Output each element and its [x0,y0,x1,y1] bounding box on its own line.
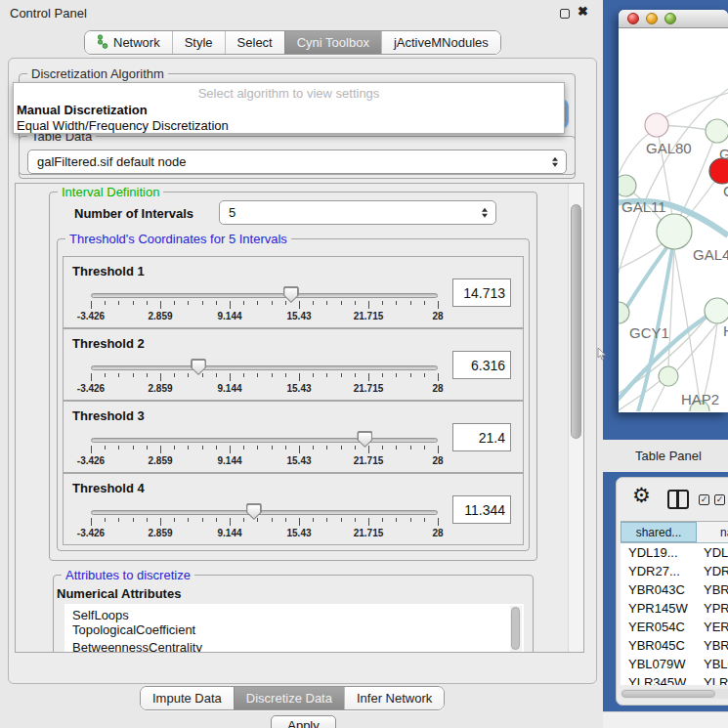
close-icon[interactable]: ✖ [578,4,588,19]
svg-text:GAL80: GAL80 [646,140,692,156]
combo-arrows-icon [552,156,558,167]
table-data-combobox[interactable]: galFiltered.sif default node [27,150,567,174]
algorithm-option-equal-width[interactable]: Equal Width/Frequency Discretization [14,118,564,134]
tab-jactivemnodules[interactable]: jActiveMNodules [381,31,500,54]
table-data-value: galFiltered.sif default node [37,154,186,169]
network-canvas[interactable]: GAL80 G. C GAL11 GAL4 GCY1 H HAP2 [619,28,728,411]
svg-text:GAL11: GAL11 [621,198,666,215]
discretization-group-title: Discretization Algorithm [27,66,168,81]
threshold-1-panel: Threshold 1 -3.426 2.859 9.144 15.43 21.… [63,256,524,328]
float-window-icon[interactable] [560,9,570,19]
svg-text:GCY1: GCY1 [629,324,669,341]
combo-arrows-icon [482,207,488,218]
table-row[interactable]: YLR345WYLR3 [621,673,728,685]
slider-ticks [91,373,438,382]
status-area [603,711,728,728]
tab-impute-data[interactable]: Impute Data [141,687,234,709]
table-row[interactable]: YDR27...YDR2 [621,562,728,580]
list-item[interactable]: TopologicalCoefficient [64,621,524,639]
toolbox-tab-bar: Network Style Select Cyni Toolbox jActiv… [84,30,501,55]
number-of-intervals-combobox[interactable]: 5 [219,200,496,225]
tab-network[interactable]: Network [85,31,172,54]
network-node-labels: GAL80 G. C GAL11 GAL4 GCY1 H HAP2 [621,140,728,407]
column-header-shared-name[interactable]: shared... [621,522,697,542]
table-panel-titlebar: Table Panel [603,440,728,472]
node-gal4[interactable] [657,214,692,249]
checkbox-icon[interactable]: ✓ [699,494,709,505]
scrollbar-thumb[interactable] [571,204,581,439]
node-attribute-table: shared... na YDL19...YDL1 YDR27...YDR2 Y… [621,521,728,685]
slider-track[interactable] [91,365,438,370]
slider-track[interactable] [91,293,438,298]
numerical-attributes-list[interactable]: SelfLoops TopologicalCoefficient Between… [64,604,524,653]
panel-title: Control Panel [10,6,87,21]
table-row[interactable]: YER054CYER0 [621,618,728,636]
svg-text:HAP2: HAP2 [681,391,719,407]
tab-select[interactable]: Select [225,31,284,54]
node-hap2[interactable] [659,366,678,386]
threshold-2-value-field[interactable] [452,351,511,379]
minimize-traffic-light-icon[interactable] [646,13,658,24]
table-panel: ⚙ ✓ ✓ shared... na YDL19...YDL1 YDR27...… [616,477,728,706]
tab-network-label: Network [113,35,160,50]
node-gal80[interactable] [645,113,668,137]
table-data-group: Table Data galFiltered.sif default node [19,136,576,179]
interval-definition-title: Interval Definition [58,185,163,199]
tab-cyni-toolbox[interactable]: Cyni Toolbox [284,31,381,54]
tab-style[interactable]: Style [172,31,225,54]
apply-button[interactable]: Apply [271,715,336,728]
table-header-row: shared... na [621,522,728,543]
slider-scale-labels: -3.426 2.859 9.144 15.43 21.715 28 [91,528,438,539]
svg-text:GAL4: GAL4 [693,246,728,263]
close-traffic-light-icon[interactable] [627,13,639,24]
table-row[interactable]: YPR145WYPR1 [621,599,728,618]
table-row[interactable]: YBR045CYBR0 [621,636,728,655]
slider-track[interactable] [91,510,438,515]
list-item[interactable]: SelfLoops [64,604,524,621]
mouse-cursor [597,347,606,364]
algorithm-placeholder-option[interactable]: Select algorithm to view settings [14,86,564,103]
algorithm-dropdown-popup: Select algorithm to view settings Manual… [13,82,565,134]
number-of-intervals-value: 5 [229,205,236,220]
algorithm-option-manual[interactable]: Manual Discretization [14,103,564,118]
threshold-3-label: Threshold 3 [72,408,145,423]
table-row[interactable]: YBR043CYBR0 [621,580,728,599]
node-partial-h[interactable] [705,298,728,323]
scrollbar-thumb[interactable] [621,690,715,698]
table-row[interactable]: YBL079WYBL0 [621,655,728,673]
table-row[interactable]: YDL19...YDL1 [621,543,728,562]
split-columns-icon[interactable] [667,490,689,509]
slider-scale-labels: -3.426 2.859 9.144 15.43 21.715 28 [91,383,438,395]
table-panel-title: Table Panel [603,449,702,463]
list-scrollbar[interactable] [510,606,522,653]
tab-discretize-data[interactable]: Discretize Data [234,687,344,709]
slider-track[interactable] [91,438,438,443]
checkbox-icon[interactable]: ✓ [714,494,725,505]
cyni-content-panel: Discretization Algorithm Table Data galF… [8,58,597,684]
network-icon [97,34,108,52]
column-header-name[interactable]: na [697,522,728,542]
network-window-titlebar[interactable] [619,10,728,28]
attributes-group-title: Attributes to discretize [62,568,194,582]
network-window: GAL80 G. C GAL11 GAL4 GCY1 H HAP2 [619,10,728,412]
threshold-2-panel: Threshold 2 -3.426 2.859 9.144 15.43 21.… [63,328,524,401]
slider-ticks [91,446,438,454]
tab-infer-network[interactable]: Infer Network [344,687,444,709]
zoom-traffic-light-icon[interactable] [664,13,676,24]
horizontal-scrollbar[interactable] [621,689,728,699]
node-partial-g[interactable] [706,119,728,143]
list-item[interactable]: BetweennessCentrality [64,639,524,653]
threshold-1-label: Threshold 1 [72,264,145,278]
vertical-scrollbar[interactable] [568,184,583,652]
threshold-4-panel: Threshold 4 -3.426 2.859 9.144 15.43 21.… [63,473,524,545]
slider-ticks [91,301,438,310]
gear-icon[interactable]: ⚙ [632,484,651,507]
node-gal11[interactable] [619,175,636,196]
threshold-4-value-field[interactable] [452,495,511,524]
threshold-4-label: Threshold 4 [72,481,145,495]
threshold-1-value-field[interactable] [452,278,511,307]
thresholds-group-title: Threshold's Coordinates for 5 Intervals [65,232,291,246]
slider-ticks [91,518,438,527]
numerical-attributes-label: Numerical Attributes [57,586,181,601]
threshold-3-value-field[interactable] [452,423,511,451]
